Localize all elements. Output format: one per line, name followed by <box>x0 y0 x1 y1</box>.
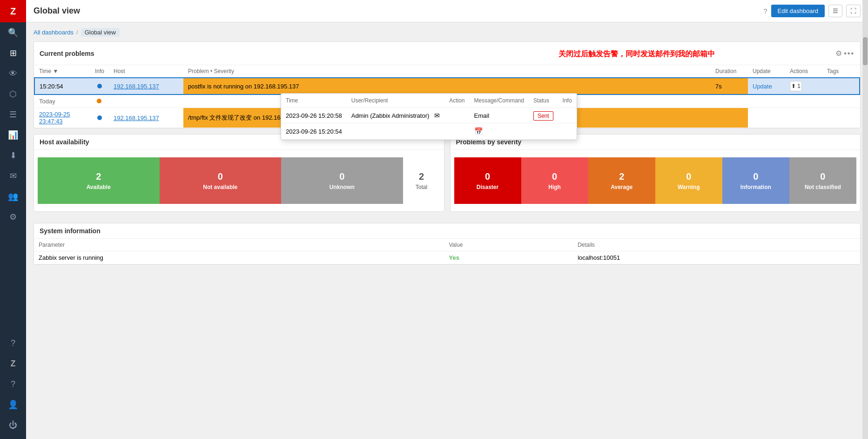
problem-tags <box>822 78 860 95</box>
sysinfo-details: localhost:10051 <box>573 251 860 264</box>
help-icon[interactable]: ? <box>763 7 767 15</box>
host-availability-widget: Host availability 2 Available 0 Not avai… <box>34 134 444 212</box>
today-dot <box>90 95 109 108</box>
calendar-icon: 📅 <box>474 127 483 135</box>
problem-duration: 7s <box>711 78 748 95</box>
edit-dashboard-button[interactable]: Edit dashboard <box>771 5 825 17</box>
warning-count: 0 <box>686 171 691 182</box>
popup-action-2 <box>444 123 469 140</box>
not-classified-count: 0 <box>820 171 825 182</box>
sidebar-item-zabbix[interactable]: Z <box>0 353 26 374</box>
popup-message-1: Email <box>470 108 529 123</box>
sidebar-item-mail[interactable]: ✉ <box>0 166 26 186</box>
breadcrumb-all-dashboards[interactable]: All dashboards <box>34 29 74 36</box>
more-options-icon[interactable]: ••• <box>844 49 855 58</box>
disaster-label: Disaster <box>477 184 498 190</box>
problem-info-dot <box>90 78 109 95</box>
problem-actions[interactable]: ⬆ 1 <box>785 78 822 95</box>
popup-time-1: 2023-09-26 15:20:58 <box>281 108 347 123</box>
popup-col-message: Message/Command <box>470 94 529 108</box>
scrollbar-thumb[interactable] <box>863 37 868 65</box>
problem-host[interactable]: 192.168.195.137 <box>109 78 183 95</box>
sidebar-item-network[interactable]: ⬡ <box>0 84 26 104</box>
sidebar-logo[interactable]: Z <box>0 0 26 22</box>
high-bar: 0 High <box>521 157 588 204</box>
sidebar-item-power[interactable]: ⏻ <box>0 415 26 435</box>
available-label: Available <box>87 184 111 190</box>
widget-actions: ⚙ ••• <box>835 49 855 58</box>
info-dot-blue <box>97 84 102 88</box>
high-label: High <box>548 184 561 190</box>
sidebar-item-list[interactable]: ☰ <box>0 104 26 125</box>
sidebar-item-download[interactable]: ⬇ <box>0 145 26 166</box>
disaster-count: 0 <box>485 171 490 182</box>
sidebar-item-settings[interactable]: ⚙ <box>0 207 26 227</box>
severity-content: 0 Disaster 0 High 2 Average 0 <box>451 150 861 211</box>
current-problems-widget: Current problems 关闭过后触发告警，同时发送邮件到我的邮箱中 ⚙… <box>34 41 861 128</box>
problems-widget-body: Time ▼ Info Host Problem • Severity Dura… <box>34 65 860 128</box>
sidebar-item-support[interactable]: ? <box>0 333 26 353</box>
sysinfo-col-parameter: Parameter <box>34 239 444 251</box>
annotation-text: 关闭过后触发告警，同时发送邮件到我的邮箱中 <box>437 46 835 61</box>
popup-message-2: 📅 <box>470 123 529 140</box>
sidebar-item-search[interactable]: 🔍 <box>0 22 26 43</box>
severity-bars: 0 Disaster 0 High 2 Average 0 <box>454 157 857 204</box>
popup-info-2 <box>558 123 577 140</box>
sidebar-item-dashboard[interactable]: ⊞ <box>0 43 26 63</box>
sidebar: Z 🔍 ⊞ 👁 ⬡ ☰ 📊 ⬇ ✉ 👥 ⚙ ? Z ? 👤 ⏻ <box>0 0 26 439</box>
popup-time-2: 2023-09-26 15:20:54 <box>281 123 347 140</box>
system-information-content: Parameter Value Details Zabbix server is… <box>34 239 860 264</box>
col-info-header: Info <box>90 65 109 78</box>
fullscreen-button[interactable]: ⛶ <box>846 5 861 17</box>
popup-info-1 <box>558 108 577 123</box>
problem-update[interactable]: Update <box>748 78 785 95</box>
popup-col-status: Status <box>529 94 558 108</box>
header-actions: ? Edit dashboard ☰ ⛶ <box>763 5 861 17</box>
available-bar: 2 Available <box>38 157 160 204</box>
system-information-header: System information <box>34 223 860 239</box>
scrollbar-track[interactable] <box>862 0 868 439</box>
col-host-header: Host <box>109 65 183 78</box>
popup-col-info: Info <box>558 94 577 108</box>
action-count-button[interactable]: ⬆ 1 <box>790 81 802 91</box>
information-bar: 0 Information <box>722 157 789 204</box>
information-label: Information <box>740 184 771 190</box>
total-section: 2 Total <box>403 154 440 208</box>
unknown-bar: 0 Unknown <box>281 157 403 204</box>
not-available-label: Not available <box>203 184 237 190</box>
warning-bar: 0 Warning <box>655 157 722 204</box>
main-content: Global view ? Edit dashboard ☰ ⛶ All das… <box>26 0 868 439</box>
sidebar-item-monitoring[interactable]: 👁 <box>0 63 26 84</box>
total-label: Total <box>416 184 427 190</box>
avail-bars: 2 Available 0 Not available 0 Unknown <box>38 157 403 204</box>
sidebar-item-help[interactable]: ? <box>0 374 26 394</box>
popup-table: Time User/Recipient Action Message/Comma… <box>281 94 577 140</box>
col-actions-header: Actions <box>785 65 822 78</box>
available-count: 2 <box>96 171 101 182</box>
sidebar-item-user[interactable]: 👤 <box>0 394 26 415</box>
problem-update-2 <box>748 108 785 128</box>
col-time-header[interactable]: Time ▼ <box>34 65 90 78</box>
popup-status-2 <box>529 123 558 140</box>
sysinfo-col-value: Value <box>444 239 573 251</box>
email-icon: ✉ <box>434 112 440 119</box>
info-dot-orange <box>97 99 101 103</box>
total-count: 2 <box>419 171 424 182</box>
high-count: 0 <box>552 171 557 182</box>
current-problems-title: Current problems <box>40 50 437 57</box>
page-content: All dashboards / Global view Current pro… <box>26 22 868 439</box>
problem-actions-2 <box>785 108 822 128</box>
system-information-widget: System information Parameter Value Detai… <box>34 223 861 265</box>
problem-host-2[interactable]: 192.168.195.137 <box>109 108 183 128</box>
col-problem-header: Problem • Severity <box>183 65 711 78</box>
sidebar-item-chart[interactable]: 📊 <box>0 125 26 145</box>
problems-by-severity-widget: Problems by severity 0 Disaster 0 High <box>450 134 861 212</box>
host-availability-content: 2 Available 0 Not available 0 Unknown <box>34 150 444 211</box>
sysinfo-row: Zabbix server is running Yes localhost:1… <box>34 251 860 264</box>
popup-row-2: 2023-09-26 15:20:54 📅 <box>281 123 577 140</box>
gear-icon[interactable]: ⚙ <box>835 49 842 58</box>
menu-button[interactable]: ☰ <box>828 5 842 17</box>
sidebar-item-users[interactable]: 👥 <box>0 186 26 207</box>
popup-row: 2023-09-26 15:20:58 Admin (Zabbix Admini… <box>281 108 577 123</box>
breadcrumb-current: Global view <box>81 28 120 37</box>
